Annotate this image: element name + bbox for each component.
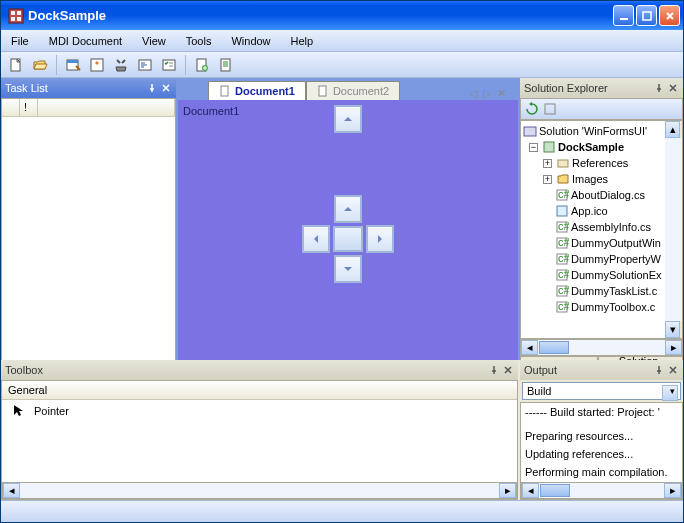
tasklist-col-priority[interactable]: ! bbox=[20, 99, 38, 116]
document-list-icon[interactable] bbox=[215, 54, 237, 76]
tab-document2[interactable]: Document2 bbox=[306, 81, 400, 100]
maximize-button[interactable] bbox=[636, 5, 657, 26]
panel-close-icon[interactable] bbox=[667, 82, 679, 94]
dock-right-icon[interactable] bbox=[366, 225, 394, 253]
menu-window[interactable]: Window bbox=[227, 33, 274, 49]
dock-left-icon[interactable] bbox=[302, 225, 330, 253]
scroll-right-icon[interactable]: ▸ bbox=[665, 340, 682, 355]
svg-rect-9 bbox=[67, 60, 78, 63]
menu-tools[interactable]: Tools bbox=[182, 33, 216, 49]
pin-icon[interactable] bbox=[653, 82, 665, 94]
toolbox-title: Toolbox bbox=[5, 364, 486, 376]
titlebar: DockSample bbox=[1, 1, 683, 30]
scroll-left-icon[interactable]: ◂ bbox=[521, 340, 538, 355]
tree-row-file[interactable]: c#DummyToolbox.c bbox=[521, 299, 665, 315]
toolbar-separator bbox=[185, 55, 186, 75]
pin-icon[interactable] bbox=[488, 364, 500, 376]
menu-mdi[interactable]: MDI Document bbox=[45, 33, 126, 49]
tab-document1[interactable]: Document1 bbox=[208, 81, 306, 100]
toolbox-body: General Pointer ◂ ▸ bbox=[1, 380, 518, 500]
tab-prev-icon[interactable]: ◁ bbox=[469, 87, 477, 100]
panel-close-icon[interactable] bbox=[502, 364, 514, 376]
dock-down-icon[interactable] bbox=[334, 255, 362, 283]
dock-center-icon[interactable] bbox=[333, 226, 363, 252]
csharp-icon: c# bbox=[555, 268, 569, 282]
svg-text:c#: c# bbox=[558, 236, 569, 248]
show-all-icon[interactable] bbox=[543, 102, 557, 116]
tab-next-icon[interactable]: ▷ bbox=[483, 87, 491, 100]
toolbox-category[interactable]: General bbox=[2, 381, 517, 400]
scroll-thumb[interactable] bbox=[539, 341, 569, 354]
menu-help[interactable]: Help bbox=[287, 33, 318, 49]
output-hscrollbar[interactable]: ◂ ▸ bbox=[521, 482, 682, 499]
pointer-icon bbox=[12, 404, 24, 418]
scroll-thumb[interactable] bbox=[540, 484, 570, 497]
tasklist-col-icon[interactable] bbox=[2, 99, 20, 116]
svg-rect-20 bbox=[544, 142, 554, 152]
tree-row-file[interactable]: c#DummyPropertyW bbox=[521, 251, 665, 267]
tree-row-references[interactable]: +References bbox=[521, 155, 665, 171]
tab-label: Document1 bbox=[235, 85, 295, 97]
toolbox-hscrollbar[interactable]: ◂ ▸ bbox=[2, 482, 517, 499]
scroll-left-icon[interactable]: ◂ bbox=[3, 483, 20, 498]
dock-hint-top[interactable] bbox=[334, 105, 362, 133]
solution-vscrollbar[interactable]: ▴ ▾ bbox=[665, 121, 682, 338]
tree-label: DockSample bbox=[558, 141, 624, 153]
scroll-down-icon[interactable]: ▾ bbox=[665, 321, 680, 338]
panel-close-icon[interactable] bbox=[667, 364, 679, 376]
ico-icon bbox=[555, 204, 569, 218]
output-filter-combo[interactable]: Build bbox=[522, 382, 681, 400]
tree-row-file[interactable]: c#DummyOutputWin bbox=[521, 235, 665, 251]
svg-text:c#: c# bbox=[558, 284, 569, 296]
scroll-left-icon[interactable]: ◂ bbox=[522, 483, 539, 498]
app-icon bbox=[8, 8, 24, 24]
svg-rect-5 bbox=[620, 18, 628, 20]
svg-rect-24 bbox=[557, 206, 567, 216]
tasklist-col-desc[interactable] bbox=[38, 99, 175, 116]
panel-close-icon[interactable] bbox=[160, 82, 172, 94]
tree-row-file[interactable]: App.ico bbox=[521, 203, 665, 219]
dock-up-icon[interactable] bbox=[334, 195, 362, 223]
solution-explorer-icon[interactable] bbox=[62, 54, 84, 76]
svg-text:c#: c# bbox=[558, 268, 569, 280]
svg-text:c#: c# bbox=[558, 300, 569, 312]
minimize-button[interactable] bbox=[613, 5, 634, 26]
tree-row-images[interactable]: +Images bbox=[521, 171, 665, 187]
document-area: Document1 Document2 ◁ ▷ ✕ Document1 bbox=[178, 78, 518, 378]
toolbox-item-pointer[interactable]: Pointer bbox=[2, 400, 517, 422]
window-buttons bbox=[613, 5, 680, 26]
tree-row-project[interactable]: −DockSample bbox=[521, 139, 665, 155]
tasklist-icon[interactable] bbox=[158, 54, 180, 76]
pin-icon[interactable] bbox=[653, 364, 665, 376]
pin-icon[interactable] bbox=[146, 82, 158, 94]
scroll-right-icon[interactable]: ▸ bbox=[664, 483, 681, 498]
solution-title: Solution Explorer bbox=[524, 82, 651, 94]
expand-icon[interactable]: + bbox=[543, 159, 552, 168]
new-document-icon[interactable] bbox=[191, 54, 213, 76]
open-icon[interactable] bbox=[29, 54, 51, 76]
close-button[interactable] bbox=[659, 5, 680, 26]
output-icon[interactable] bbox=[134, 54, 156, 76]
menu-file[interactable]: File bbox=[7, 33, 33, 49]
tab-close-icon[interactable]: ✕ bbox=[497, 87, 506, 100]
properties-icon[interactable] bbox=[86, 54, 108, 76]
refresh-icon[interactable] bbox=[525, 102, 539, 116]
new-icon[interactable] bbox=[5, 54, 27, 76]
tree-row-solution[interactable]: Solution 'WinFormsUI' bbox=[521, 123, 665, 139]
tree-row-file[interactable]: c#DummySolutionEx bbox=[521, 267, 665, 283]
solution-hscrollbar[interactable]: ◂ ▸ bbox=[520, 339, 683, 356]
tree-row-file[interactable]: c#AssemblyInfo.cs bbox=[521, 219, 665, 235]
folder-icon bbox=[556, 172, 570, 186]
expand-icon[interactable]: + bbox=[543, 175, 552, 184]
toolbox-icon[interactable] bbox=[110, 54, 132, 76]
tree-row-file[interactable]: c#AboutDialog.cs bbox=[521, 187, 665, 203]
collapse-icon[interactable]: − bbox=[529, 143, 538, 152]
scroll-right-icon[interactable]: ▸ bbox=[499, 483, 516, 498]
statusbar bbox=[1, 500, 683, 522]
output-line: Updating references... bbox=[521, 445, 682, 463]
scroll-up-icon[interactable]: ▴ bbox=[665, 121, 680, 138]
menu-view[interactable]: View bbox=[138, 33, 170, 49]
svg-rect-12 bbox=[163, 60, 175, 70]
document-surface[interactable]: Document1 bbox=[178, 100, 518, 378]
tree-row-file[interactable]: c#DummyTaskList.c bbox=[521, 283, 665, 299]
